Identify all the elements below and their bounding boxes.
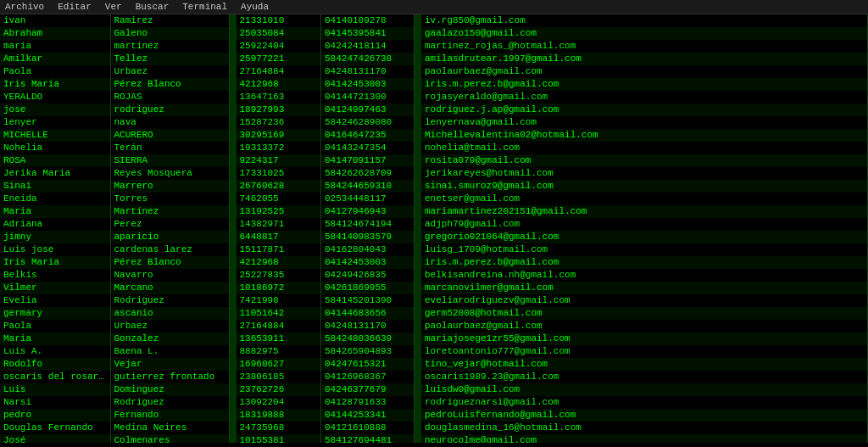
menu-terminal[interactable]: Terminal [182, 2, 227, 12]
menu-archivo[interactable]: Archivo [5, 2, 44, 12]
table-row: lenyernava15287236584246289080lenyernava… [0, 116, 868, 129]
table-row: Iris MariaPérez Blanco421296804142453003… [0, 256, 868, 269]
table-row: Douglas FernandoMedina Neires24735968041… [0, 422, 868, 434]
menubar: Archivo Editar Ver Buscar Terminal Ayuda [0, 0, 868, 14]
table-row: SinaiMarrero26760628584244659310sinai.sm… [0, 180, 868, 193]
table-row: LuisDominguez2376272604246377679luisdw0@… [0, 383, 868, 396]
table-row: ivanRamirez2133101004140109278iv.rg850@g… [0, 14, 868, 27]
table-row: BelkisNavarro2522783504249426835belkisan… [0, 269, 868, 282]
table-row: NarsiRodriguez1309220404128791633rodrigu… [0, 396, 868, 409]
table-row: VilmerMarcano1018697204261869955marcanov… [0, 282, 868, 294]
menu-buscar[interactable]: Buscar [136, 2, 170, 12]
table-row: NoheliaTerán1931337204143247354nohelia@t… [0, 142, 868, 154]
table-row: Jerika MariaReyes Mosquera17331025584262… [0, 167, 868, 180]
table-row: PaolaUrbaez2716488404248131170paolaurbae… [0, 65, 868, 78]
table-row: MariaMartínez1319252504127946943mariamar… [0, 205, 868, 218]
table-row: PaolaUrbaez2716488404248131170paolaurbae… [0, 320, 868, 332]
table-row: EneidaTorres746205502534448117enetser@gm… [0, 193, 868, 205]
table-row: RodolfoVejar1696062704247615321tino_veja… [0, 358, 868, 371]
data-table: ivanRamirez2133101004140109278iv.rg850@g… [0, 14, 868, 443]
table-row: jimnyaparicio6448817584140983579gregorio… [0, 231, 868, 243]
table-row: Iris MariaPérez Blanco421296804142453003… [0, 78, 868, 91]
menu-editar[interactable]: Editar [58, 2, 92, 12]
table-row: joserodriguez1892799304124997463rodrigue… [0, 103, 868, 116]
menu-ayuda[interactable]: Ayuda [241, 2, 269, 12]
table-row: pedroFernando1831988804144253341pedroLui… [0, 409, 868, 422]
table-row: AdrianaPerez14382971584124674194adjph79@… [0, 218, 868, 231]
table-row: AbrahamGaleno2503508404145395841gaalazo1… [0, 27, 868, 40]
table-row: MICHELLEACURERO3029516904164647235Michel… [0, 129, 868, 142]
table-row: JoséColmenares10155381584127694481neuroc… [0, 434, 868, 443]
table-row: Luis A.Baena L.8882975584265904893loreto… [0, 345, 868, 358]
table-row: oscaris del rosariogutierrez frontado238… [0, 371, 868, 383]
table-row: YERALDOROJAS1364716304144721300rojasyera… [0, 91, 868, 103]
table-row: Luis josecardenas larez15117871041628040… [0, 243, 868, 256]
table-row: mariamartinez2592240404242418114martinez… [0, 40, 868, 53]
menu-ver[interactable]: Ver [105, 2, 122, 12]
table-row: EveliaRodriguez7421998584145201390evelia… [0, 294, 868, 307]
table-row: MariaGonzalez13653911584248036639mariajo… [0, 332, 868, 345]
data-table-container: ivanRamirez2133101004140109278iv.rg850@g… [0, 14, 868, 443]
table-row: ROSASIERRA922431704147091157rosita079@gm… [0, 154, 868, 167]
table-row: AmilkarTellez25977221584247426738amilasd… [0, 53, 868, 65]
table-row: germaryascanio1105164204144683656germ520… [0, 307, 868, 320]
